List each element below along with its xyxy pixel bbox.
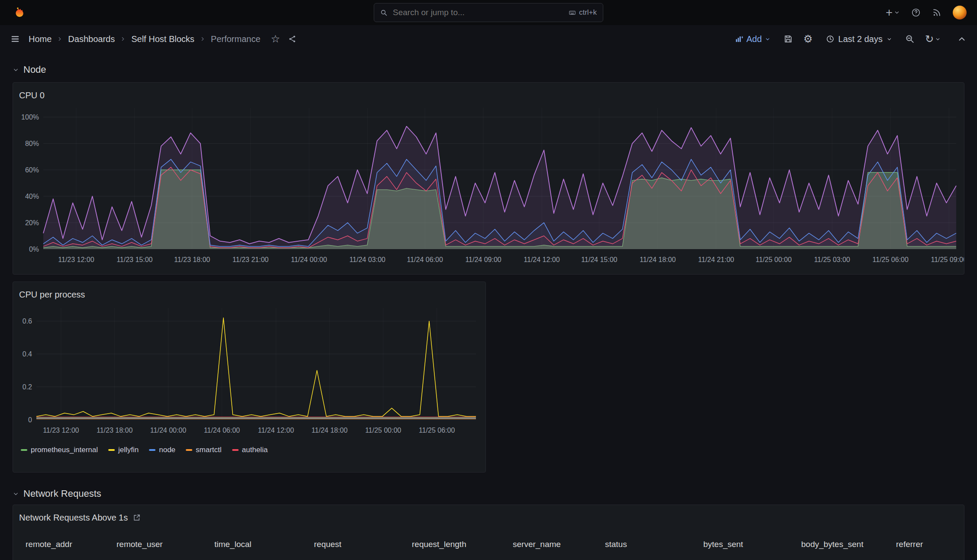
cpu-per-process-chart[interactable]: 00.20.40.611/23 12:0011/23 18:0011/24 00… [13,301,485,442]
legend-swatch [21,449,27,451]
svg-text:11/25 00:00: 11/25 00:00 [365,427,401,434]
add-panel-button[interactable]: Add [732,34,773,45]
chevron-up-icon[interactable] [957,34,967,44]
legend-label: smartctl [196,446,222,454]
breadcrumb-item-performance: Performance [211,34,261,44]
svg-text:11/23 15:00: 11/23 15:00 [116,256,152,263]
table-header-row: remote_addr remote_user time_local reque… [13,528,964,554]
star-icon[interactable]: ☆ [271,34,280,44]
section-title: Network Requests [23,488,101,499]
svg-text:0: 0 [28,416,32,424]
news-button[interactable] [932,8,941,17]
breadcrumb-item-dashboards[interactable]: Dashboards [68,34,115,44]
panel-title-text: CPU per process [19,290,85,300]
dashboard-settings-icon[interactable]: ⚙ [803,34,813,44]
legend-item-jellyfin[interactable]: jellyfin [108,446,139,454]
svg-text:11/24 21:00: 11/24 21:00 [698,256,734,263]
legend-item-prometheus-internal[interactable]: prometheus_internal [21,446,98,454]
chart-legend: prometheus_internal jellyfin node smartc… [13,442,485,454]
svg-text:11/25 06:00: 11/25 06:00 [873,256,909,263]
panel-network-requests: Network Requests Above 1s remote_addr re… [13,505,964,560]
chevron-down-icon [13,67,19,73]
table-column-header[interactable]: time_local [214,540,314,549]
top-navbar: ctrl+k + [0,0,977,25]
legend-label: authelia [242,446,268,454]
svg-text:0.6: 0.6 [23,317,32,325]
svg-text:11/25 00:00: 11/25 00:00 [756,256,792,263]
user-avatar[interactable] [953,6,967,19]
breadcrumb: Home Dashboards Self Host Blocks Perform… [29,34,260,44]
legend-item-authelia[interactable]: authelia [232,446,268,454]
table-column-header[interactable]: remote_addr [26,540,116,549]
legend-swatch [108,449,115,451]
search-input[interactable] [392,7,564,18]
svg-text:11/24 06:00: 11/24 06:00 [204,427,240,434]
section-header-network-requests[interactable]: Network Requests [13,488,964,499]
topbar-right-actions: + [886,6,967,19]
svg-text:11/25 06:00: 11/25 06:00 [419,427,455,434]
chevron-down-icon [13,491,19,497]
section-title: Node [23,64,46,75]
search-icon [380,9,388,16]
panel-cpu-per-process: CPU per process 00.20.40.611/23 12:0011/… [13,282,486,473]
grafana-logo-icon[interactable] [10,5,25,20]
shortcut-hint: ctrl+k [569,8,597,17]
legend-swatch [232,449,239,451]
chevron-down-icon [886,36,892,42]
legend-item-smartctl[interactable]: smartctl [186,446,222,454]
chevron-right-icon [200,36,206,42]
breadcrumb-item-self-host-blocks[interactable]: Self Host Blocks [131,34,194,44]
external-link-icon[interactable] [133,514,141,521]
question-circle-icon [911,8,921,17]
global-search[interactable]: ctrl+k [374,3,603,22]
hamburger-menu-icon[interactable] [10,34,20,44]
time-range-label: Last 2 days [838,34,883,44]
cpu0-chart[interactable]: 0%20%40%60%80%100%11/23 12:0011/23 15:00… [13,102,964,273]
panel-cpu-per-process-title[interactable]: CPU per process [13,282,485,301]
panel-title-text: CPU 0 [19,91,45,100]
svg-text:11/24 18:00: 11/24 18:00 [640,256,676,263]
panel-network-requests-title[interactable]: Network Requests Above 1s [13,505,964,524]
table-column-header[interactable]: request_length [412,540,513,549]
panel-cpu0-title[interactable]: CPU 0 [13,83,964,102]
svg-text:100%: 100% [21,113,39,121]
legend-label: prometheus_internal [31,446,98,454]
time-range-picker[interactable]: Last 2 days [823,34,895,45]
dashboard-content: Node CPU 0 0%20%40%60%80%100%11/23 12:00… [0,64,977,560]
help-button[interactable] [911,8,921,17]
table-column-header[interactable]: referrer [896,540,964,549]
table-column-header[interactable]: server_name [513,540,605,549]
table-row: 192.168.50.104 - 24/Nov/2025:06:28:04 GE… [13,554,964,560]
table-column-header[interactable]: request [314,540,412,549]
svg-text:80%: 80% [25,140,39,147]
legend-item-node[interactable]: node [149,446,175,454]
add-label: Add [746,34,762,44]
table-column-header[interactable]: bytes_sent [703,540,801,549]
svg-text:20%: 20% [25,219,39,227]
new-button[interactable]: + [886,7,900,19]
svg-text:11/23 18:00: 11/23 18:00 [97,427,133,434]
svg-text:0.4: 0.4 [23,350,32,358]
panel-title-text: Network Requests Above 1s [19,513,128,523]
add-panel-icon [735,35,743,43]
save-dashboard-icon[interactable] [783,34,793,44]
zoom-out-time-icon[interactable] [905,34,915,44]
shortcut-label: ctrl+k [579,8,597,17]
clock-icon [826,35,835,43]
svg-text:11/25 09:00: 11/25 09:00 [931,256,964,263]
refresh-button[interactable]: ↻ [925,34,941,44]
table-column-header[interactable]: status [605,540,703,549]
table-column-header[interactable]: body_bytes_sent [801,540,896,549]
panel-cpu0: CPU 0 0%20%40%60%80%100%11/23 12:0011/23… [13,82,964,275]
breadcrumb-item-home[interactable]: Home [29,34,52,44]
svg-text:60%: 60% [25,166,39,174]
chevron-down-icon [765,36,770,42]
section-header-node[interactable]: Node [13,64,964,75]
svg-text:0.2: 0.2 [23,383,32,391]
share-icon[interactable] [288,35,297,43]
svg-text:11/24 09:00: 11/24 09:00 [465,256,501,263]
legend-swatch [149,449,155,451]
svg-text:11/24 12:00: 11/24 12:00 [524,256,560,263]
chevron-right-icon [120,36,126,42]
table-column-header[interactable]: remote_user [116,540,214,549]
